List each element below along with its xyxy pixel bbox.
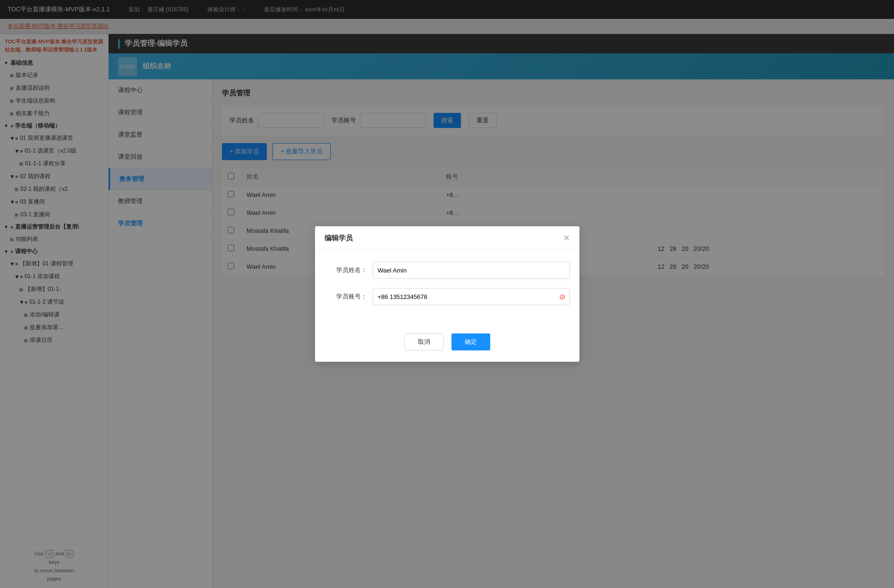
modal-overlay: 编辑学员 ✕ 学员姓名： 学员账号： ⊘ 取消 确定 (0, 0, 894, 588)
modal-footer: 取消 确定 (315, 326, 579, 362)
modal-title: 编辑学员 (324, 234, 353, 243)
modal-close-button[interactable]: ✕ (563, 233, 570, 243)
account-form-row: 学员账号： ⊘ (324, 288, 570, 305)
name-form-label: 学员姓名： (324, 266, 367, 274)
modal-header: 编辑学员 ✕ (315, 226, 579, 250)
input-clear-icon[interactable]: ⊘ (559, 292, 565, 301)
edit-student-modal: 编辑学员 ✕ 学员姓名： 学员账号： ⊘ 取消 确定 (315, 226, 579, 362)
modal-body: 学员姓名： 学员账号： ⊘ (315, 250, 579, 326)
account-input-wrapper: ⊘ (373, 288, 570, 305)
cancel-button[interactable]: 取消 (404, 333, 444, 350)
student-name-input[interactable] (373, 262, 570, 279)
account-form-label: 学员账号： (324, 292, 367, 301)
name-form-row: 学员姓名： (324, 262, 570, 279)
student-account-input[interactable] (373, 288, 570, 305)
confirm-button[interactable]: 确定 (451, 333, 490, 350)
